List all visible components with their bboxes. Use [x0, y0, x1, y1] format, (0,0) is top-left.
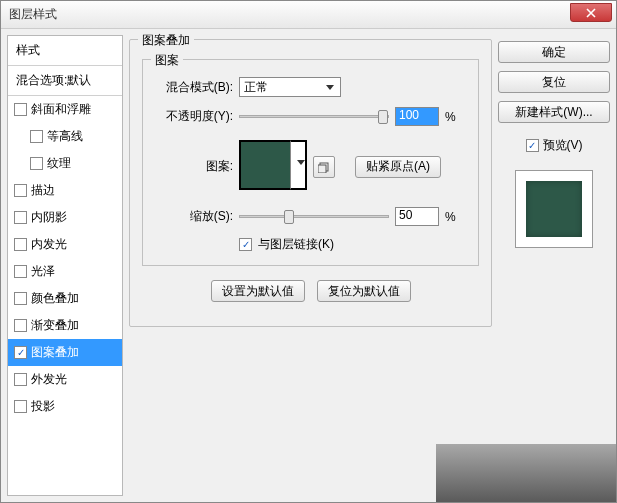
overlay-shadow — [436, 444, 616, 502]
style-checkbox[interactable] — [14, 319, 27, 332]
preview-swatch — [526, 181, 582, 237]
titlebar[interactable]: 图层样式 — [1, 1, 616, 29]
ok-button[interactable]: 确定 — [498, 41, 610, 63]
scale-label: 缩放(S): — [155, 208, 233, 225]
dialog-title: 图层样式 — [9, 6, 57, 23]
styles-header[interactable]: 样式 — [8, 36, 122, 66]
style-item[interactable]: 颜色叠加 — [8, 285, 122, 312]
link-checkbox[interactable] — [239, 238, 252, 251]
style-item[interactable]: 内阴影 — [8, 204, 122, 231]
pattern-label: 图案: — [155, 158, 233, 175]
style-label: 描边 — [31, 182, 55, 199]
style-label: 图案叠加 — [31, 344, 79, 361]
scale-thumb[interactable] — [284, 210, 294, 224]
style-checkbox[interactable] — [14, 211, 27, 224]
new-style-button[interactable]: 新建样式(W)... — [498, 101, 610, 123]
group-title: 图案叠加 — [138, 32, 194, 49]
style-item[interactable]: 光泽 — [8, 258, 122, 285]
style-label: 外发光 — [31, 371, 67, 388]
style-item[interactable]: 投影 — [8, 393, 122, 420]
preview-label: 预览(V) — [543, 137, 583, 154]
action-panel: 确定 复位 新建样式(W)... 预览(V) — [498, 35, 610, 496]
style-checkbox[interactable] — [14, 184, 27, 197]
opacity-input[interactable]: 100 — [395, 107, 439, 126]
style-item[interactable]: 渐变叠加 — [8, 312, 122, 339]
blend-options-item[interactable]: 混合选项:默认 — [8, 66, 122, 96]
new-preset-button[interactable] — [313, 156, 335, 178]
style-item[interactable]: 斜面和浮雕 — [8, 96, 122, 123]
style-label: 内发光 — [31, 236, 67, 253]
style-checkbox[interactable] — [14, 292, 27, 305]
blend-mode-value: 正常 — [244, 79, 268, 96]
style-checkbox[interactable] — [14, 373, 27, 386]
set-default-button[interactable]: 设置为默认值 — [211, 280, 305, 302]
preview-box — [515, 170, 593, 248]
close-icon — [586, 8, 596, 18]
style-label: 等高线 — [47, 128, 83, 145]
style-checkbox[interactable] — [14, 103, 27, 116]
preview-checkbox[interactable] — [526, 139, 539, 152]
close-button[interactable] — [570, 3, 612, 22]
style-checkbox[interactable] — [14, 400, 27, 413]
style-item[interactable]: 内发光 — [8, 231, 122, 258]
opacity-unit: % — [445, 110, 456, 124]
style-item[interactable]: 外发光 — [8, 366, 122, 393]
opacity-slider[interactable] — [239, 115, 389, 118]
style-label: 投影 — [31, 398, 55, 415]
style-checkbox[interactable] — [14, 238, 27, 251]
scale-input[interactable]: 50 — [395, 207, 439, 226]
opacity-label: 不透明度(Y): — [155, 108, 233, 125]
cancel-button[interactable]: 复位 — [498, 71, 610, 93]
style-checkbox[interactable] — [14, 265, 27, 278]
style-item[interactable]: 图案叠加 — [8, 339, 122, 366]
style-label: 颜色叠加 — [31, 290, 79, 307]
link-label: 与图层链接(K) — [258, 236, 334, 253]
scale-unit: % — [445, 210, 456, 224]
style-label: 斜面和浮雕 — [31, 101, 91, 118]
style-label: 内阴影 — [31, 209, 67, 226]
styles-list: 样式 混合选项:默认 斜面和浮雕等高线纹理描边内阴影内发光光泽颜色叠加渐变叠加图… — [7, 35, 123, 496]
pattern-swatch[interactable] — [239, 140, 307, 190]
style-label: 纹理 — [47, 155, 71, 172]
settings-panel: 图案叠加 图案 混合模式(B): 正常 不透明度(Y): — [129, 35, 492, 496]
style-item[interactable]: 等高线 — [8, 123, 122, 150]
style-label: 渐变叠加 — [31, 317, 79, 334]
chevron-down-icon — [297, 160, 305, 165]
pattern-picker[interactable] — [239, 140, 307, 193]
scale-slider[interactable] — [239, 215, 389, 218]
style-checkbox[interactable] — [30, 157, 43, 170]
reset-default-button[interactable]: 复位为默认值 — [317, 280, 411, 302]
new-preset-icon — [318, 161, 330, 173]
style-item[interactable]: 纹理 — [8, 150, 122, 177]
blend-mode-label: 混合模式(B): — [155, 79, 233, 96]
blend-mode-select[interactable]: 正常 — [239, 77, 341, 97]
inner-title: 图案 — [151, 52, 183, 69]
style-label: 光泽 — [31, 263, 55, 280]
opacity-thumb[interactable] — [378, 110, 388, 124]
svg-rect-1 — [318, 165, 326, 173]
layer-style-dialog: 图层样式 样式 混合选项:默认 斜面和浮雕等高线纹理描边内阴影内发光光泽颜色叠加… — [0, 0, 617, 503]
style-item[interactable]: 描边 — [8, 177, 122, 204]
style-checkbox[interactable] — [30, 130, 43, 143]
snap-origin-button[interactable]: 贴紧原点(A) — [355, 156, 441, 178]
style-checkbox[interactable] — [14, 346, 27, 359]
